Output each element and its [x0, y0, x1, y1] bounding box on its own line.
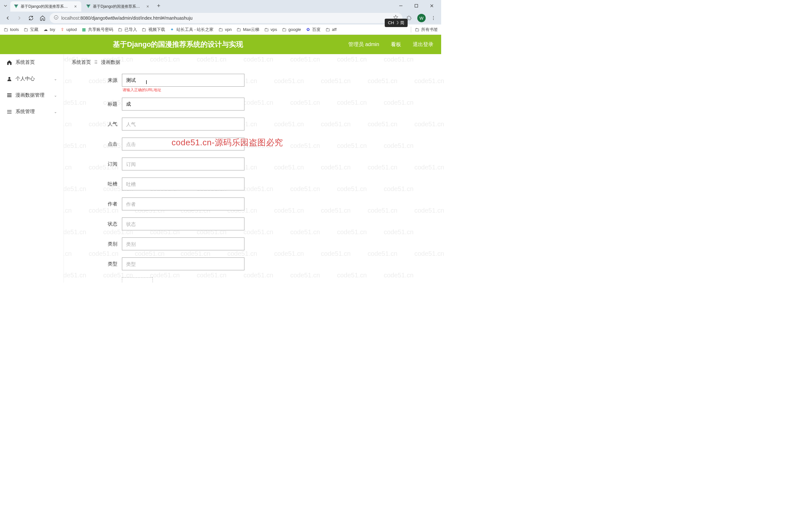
sidebar-item-label: 漫画数据管理: [16, 92, 45, 98]
admin-label[interactable]: 管理员 admin: [348, 41, 379, 48]
sidebar: 系统首页 个人中心 ⌄ 漫画数据管理 ⌄ 系统管理 ⌄: [0, 54, 64, 283]
back-button[interactable]: [3, 14, 12, 23]
window-minimize-icon[interactable]: [396, 1, 406, 10]
browser-menu-icon[interactable]: [429, 14, 438, 23]
main-content: 系统首页 ⠿ 漫画数据 来源 I 请输入正确的URL地址 标题 人气: [64, 54, 441, 283]
form-row-subscribe: 订阅: [102, 158, 422, 171]
tab-title: 基于Django的国漫推荐系统的...: [21, 4, 71, 9]
bookmark-video-download[interactable]: 视频下载: [142, 27, 165, 32]
folder-icon: [218, 27, 223, 32]
form-label-status: 状态: [102, 221, 122, 227]
all-bookmarks-button[interactable]: 所有书签: [414, 27, 438, 32]
tucao-input[interactable]: [122, 178, 244, 190]
sidebar-item-comic-data[interactable]: 漫画数据管理 ⌄: [0, 87, 64, 103]
baidu-icon: ✿: [305, 27, 311, 32]
status-input[interactable]: [122, 217, 244, 230]
form-label-clicks: 点击: [102, 141, 122, 147]
home-icon: [6, 60, 12, 66]
folder-icon: [23, 27, 28, 32]
folder-icon: [236, 27, 241, 32]
kanban-link[interactable]: 看板: [391, 41, 401, 48]
bookmark-vps[interactable]: vps: [264, 27, 277, 32]
svg-rect-9: [7, 94, 11, 94]
sidebar-item-profile[interactable]: 个人中心 ⌄: [0, 71, 64, 87]
app-title: 基于Django的国漫推荐系统的设计与实现: [8, 40, 348, 49]
tab-bar: 基于Django的国漫推荐系统的... × 基于Django的国漫推荐系统的..…: [0, 0, 441, 11]
forward-button[interactable]: [15, 14, 24, 23]
category-input[interactable]: [122, 237, 244, 250]
breadcrumb-home[interactable]: 系统首页: [72, 59, 91, 66]
bookmark-max-ladder[interactable]: Max云梯: [236, 27, 259, 32]
vue-favicon-icon: [86, 4, 91, 9]
bookmark-vpn[interactable]: vpn: [218, 27, 231, 32]
clicks-input[interactable]: [122, 137, 244, 151]
form-label-category: 类别: [102, 241, 122, 247]
form-row-clicks: 点击: [102, 137, 422, 151]
home-button[interactable]: [38, 14, 47, 23]
form-row-cover: 封面 +: [102, 278, 422, 283]
browser-tab-active[interactable]: 基于Django的国漫推荐系统的... ×: [10, 1, 81, 11]
breadcrumb-current: 漫画数据: [101, 59, 120, 66]
sidebar-item-label: 个人中心: [16, 76, 35, 82]
form-row-category: 类别: [102, 237, 422, 250]
subscribe-input[interactable]: [122, 158, 244, 171]
form-label-popularity: 人气: [102, 121, 122, 127]
form-row-author: 作者: [102, 198, 422, 210]
breadcrumb-separator-icon: ⠿: [94, 60, 98, 66]
logout-link[interactable]: 退出登录: [413, 41, 434, 48]
divider: [411, 27, 411, 32]
bookmark-google[interactable]: google: [281, 27, 301, 32]
bookmark-aff[interactable]: aff: [325, 27, 336, 32]
bookmark-uplod[interactable]: ⇧uplod: [60, 27, 77, 32]
type-input[interactable]: [122, 257, 244, 270]
folder-icon: [264, 27, 269, 32]
nav-bar: localhost:8080/django6wt8w/admin/dist/in…: [0, 11, 441, 25]
cover-upload-button[interactable]: +: [122, 278, 153, 283]
folder-icon: [3, 27, 8, 32]
author-input[interactable]: [122, 198, 244, 210]
browser-tab-inactive[interactable]: 基于Django的国漫推荐系统的... ×: [82, 1, 153, 11]
new-tab-button[interactable]: +: [154, 1, 163, 10]
bookmark-webmaster-tool[interactable]: ✦站长工具 - 站长之家: [170, 27, 214, 32]
svg-rect-11: [7, 96, 11, 97]
bookmark-share-account[interactable]: ▦共享账号密码: [81, 27, 113, 32]
form-row-source: 来源 I 请输入正确的URL地址: [102, 74, 422, 87]
sidebar-item-home[interactable]: 系统首页: [0, 54, 64, 71]
error-message: 请输入正确的URL地址: [123, 87, 161, 93]
form-label-type: 类型: [102, 261, 122, 267]
site-info-icon[interactable]: [53, 15, 59, 21]
svg-rect-1: [415, 4, 418, 7]
svg-point-6: [433, 18, 434, 18]
form-row-tucao: 吐槽: [102, 178, 422, 190]
bookmark-baidu[interactable]: ✿百度: [305, 27, 321, 32]
form-area: 来源 I 请输入正确的URL地址 标题 人气 点击 订阅: [64, 71, 441, 283]
bookmark-txy[interactable]: ☁txy: [43, 27, 55, 32]
folder-icon: [142, 27, 147, 32]
url-bar[interactable]: localhost:8080/django6wt8w/admin/dist/in…: [50, 13, 402, 23]
title-input[interactable]: [122, 98, 244, 110]
tab-close-icon[interactable]: ×: [73, 4, 78, 9]
url-text: localhost:8080/django6wt8w/admin/dist/in…: [61, 16, 390, 21]
form-row-status: 状态: [102, 217, 422, 230]
upload-icon: ⇧: [60, 27, 65, 32]
svg-point-7: [433, 19, 434, 20]
tab-close-icon[interactable]: ×: [145, 4, 150, 9]
menu-icon: [6, 109, 12, 115]
form-row-popularity: 人气: [102, 118, 422, 130]
bookmark-tools[interactable]: tools: [3, 27, 19, 32]
person-icon: [6, 76, 12, 82]
popularity-input[interactable]: [122, 118, 244, 130]
form-label-source: 来源: [102, 77, 122, 83]
window-close-icon[interactable]: [427, 1, 437, 10]
bookmarks-bar: tools 宝藏 ☁txy ⇧uplod ▦共享账号密码 已导入 视频下载 ✦站…: [0, 25, 441, 35]
tab-search-dropdown[interactable]: [1, 2, 10, 10]
window-maximize-icon[interactable]: [412, 1, 421, 10]
bookmark-imported[interactable]: 已导入: [118, 27, 137, 32]
bookmark-treasure[interactable]: 宝藏: [23, 27, 39, 32]
sidebar-item-system[interactable]: 系统管理 ⌄: [0, 103, 64, 120]
source-input[interactable]: [122, 74, 244, 87]
reload-button[interactable]: [26, 14, 35, 23]
vue-favicon-icon: [14, 4, 19, 9]
svg-rect-10: [7, 95, 11, 95]
profile-avatar[interactable]: W: [417, 14, 426, 22]
